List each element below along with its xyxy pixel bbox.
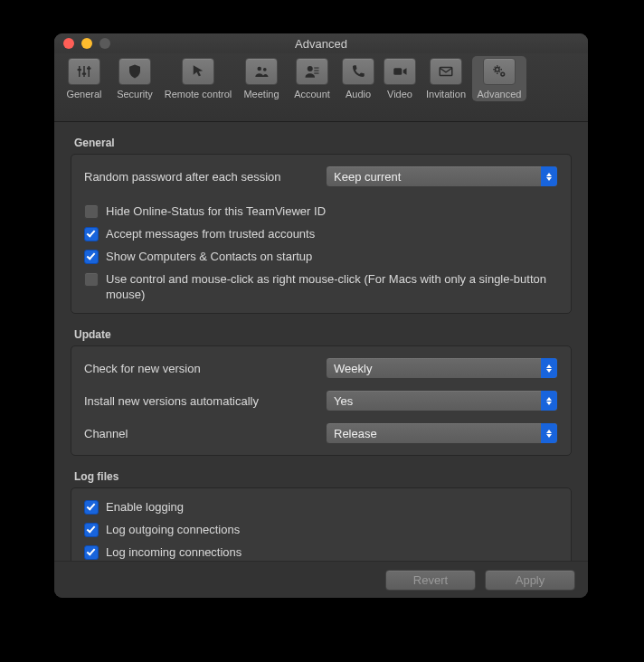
chevron-updown-icon <box>541 166 557 186</box>
random-password-select[interactable]: Keep current <box>326 166 558 187</box>
phone-icon <box>342 58 374 85</box>
gears-icon <box>483 58 516 85</box>
svg-rect-4 <box>82 73 87 75</box>
svg-point-14 <box>496 68 500 72</box>
tab-label: Advanced <box>478 89 522 99</box>
titlebar: Advanced <box>54 33 588 53</box>
footer: Revert Apply <box>54 561 588 598</box>
tab-security[interactable]: Security <box>110 58 159 99</box>
select-value: Release <box>334 427 377 440</box>
channel-label: Channel <box>84 427 326 440</box>
install-auto-label: Install new versions automatically <box>84 394 326 408</box>
svg-point-6 <box>258 67 262 71</box>
account-icon <box>296 58 328 85</box>
chevron-updown-icon <box>541 391 557 411</box>
checkbox-label: Enable logging <box>106 499 184 515</box>
tab-advanced[interactable]: Advanced <box>472 56 526 101</box>
svg-point-15 <box>501 72 505 76</box>
checkbox-show-contacts[interactable] <box>84 250 99 264</box>
checkbox-label: Use control and mouse-click as right mou… <box>106 271 558 302</box>
sliders-icon <box>68 58 100 85</box>
tab-label: Video <box>387 89 412 99</box>
tab-audio[interactable]: Audio <box>338 58 378 99</box>
chevron-updown-icon <box>541 423 557 443</box>
tab-invitation[interactable]: Invitation <box>421 58 470 99</box>
checkbox-ctrl-click-rightclick[interactable] <box>84 272 99 287</box>
checkbox-hide-online-status[interactable] <box>84 204 99 219</box>
checkbox-log-incoming[interactable] <box>84 545 99 560</box>
checkbox-label: Accept messages from trusted accounts <box>106 226 315 241</box>
svg-rect-3 <box>78 69 82 71</box>
section-title-logfiles: Log files <box>74 470 572 483</box>
zoom-icon[interactable] <box>99 38 110 49</box>
svg-rect-11 <box>314 73 318 74</box>
checkbox-accept-trusted[interactable] <box>84 227 99 241</box>
tab-label: Audio <box>346 89 371 99</box>
toolbar: General Security Remote control Meeting … <box>54 53 588 122</box>
tab-general[interactable]: General <box>60 58 109 99</box>
preferences-window: Advanced General Security Remote control… <box>54 33 588 598</box>
cursor-icon <box>182 58 214 85</box>
section-title-general: General <box>74 137 572 149</box>
tab-label: Account <box>294 89 330 99</box>
tab-meeting[interactable]: Meeting <box>237 58 286 99</box>
svg-rect-0 <box>79 66 80 77</box>
checkbox-label: Log incoming connections <box>106 544 242 560</box>
svg-point-7 <box>263 68 267 71</box>
close-icon[interactable] <box>63 38 74 49</box>
tab-label: Invitation <box>426 89 466 99</box>
shield-icon <box>118 58 151 85</box>
svg-rect-12 <box>393 68 402 75</box>
content-area: General Random password after each sessi… <box>54 122 588 561</box>
checkbox-log-outgoing[interactable] <box>84 523 99 537</box>
apply-button[interactable]: Apply <box>485 570 575 591</box>
envelope-icon <box>430 58 462 85</box>
install-auto-select[interactable]: Yes <box>326 390 558 411</box>
svg-rect-5 <box>87 68 91 70</box>
select-value: Yes <box>334 394 353 408</box>
svg-rect-9 <box>314 68 318 69</box>
checkbox-label: Hide Online-Status for this TeamViewer I… <box>106 203 326 219</box>
checkbox-label: Log outgoing connections <box>106 522 240 537</box>
check-version-label: Check for new version <box>84 362 326 375</box>
panel-general: Random password after each session Keep … <box>71 154 572 314</box>
section-title-update: Update <box>74 328 572 341</box>
window-title: Advanced <box>54 37 588 51</box>
tab-label: Security <box>117 89 153 99</box>
people-icon <box>245 58 278 85</box>
panel-logfiles: Enable logging Log outgoing connections … <box>71 487 572 561</box>
traffic-lights <box>63 38 110 49</box>
checkbox-enable-logging[interactable] <box>84 500 99 515</box>
select-value: Keep current <box>334 170 401 184</box>
panel-update: Check for new version Weekly Install new… <box>71 345 572 456</box>
revert-button[interactable]: Revert <box>385 570 476 591</box>
tab-label: General <box>66 89 101 99</box>
svg-point-8 <box>308 66 313 71</box>
svg-rect-1 <box>83 66 85 77</box>
tab-label: Meeting <box>243 89 279 99</box>
channel-select[interactable]: Release <box>326 422 558 444</box>
video-icon <box>384 58 416 85</box>
tab-video[interactable]: Video <box>380 58 420 99</box>
svg-rect-10 <box>314 71 318 71</box>
tab-label: Remote control <box>165 89 232 99</box>
tab-remote-control[interactable]: Remote control <box>161 58 235 99</box>
random-password-label: Random password after each session <box>84 170 326 184</box>
minimize-icon[interactable] <box>81 38 92 49</box>
select-value: Weekly <box>334 362 372 375</box>
tab-account[interactable]: Account <box>288 58 336 99</box>
checkbox-label: Show Computers & Contacts on startup <box>106 249 312 264</box>
check-version-select[interactable]: Weekly <box>326 357 558 379</box>
chevron-updown-icon <box>541 358 557 378</box>
